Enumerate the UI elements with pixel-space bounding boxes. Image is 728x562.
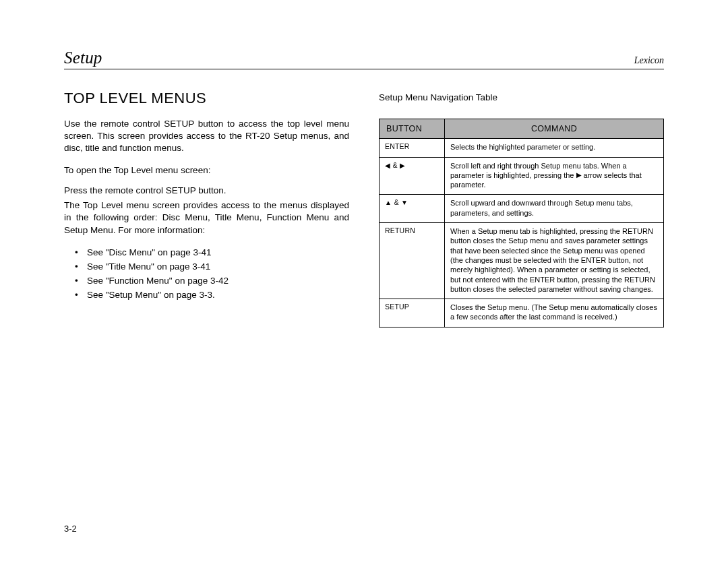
- header-brand: Lexicon: [634, 55, 664, 66]
- list-item: See "Function Menu" on page 3-42: [87, 274, 349, 288]
- header-section-title: Setup: [64, 49, 102, 67]
- button-cell: ENTER: [380, 139, 445, 157]
- command-cell: Selects the highlighted parameter or set…: [445, 139, 664, 157]
- left-column: TOP LEVEL MENUS Use the remote control S…: [64, 84, 349, 327]
- right-arrow-icon: ▶: [576, 171, 582, 179]
- command-cell: Closes the Setup menu. (The Setup menu a…: [445, 299, 664, 327]
- press-instruction: Press the remote control SETUP button.: [64, 185, 349, 197]
- page-header: Setup Lexicon: [64, 49, 664, 69]
- left-right-arrow-icon: ◀ & ▶: [385, 162, 406, 169]
- list-item: See "Disc Menu" on page 3-41: [87, 246, 349, 260]
- right-column: Setup Menu Navigation Table BUTTON COMMA…: [379, 84, 664, 327]
- command-cell: Scroll upward and downward through Setup…: [445, 195, 664, 223]
- table-row: ENTER Selects the highlighted parameter …: [380, 139, 664, 157]
- button-cell: SETUP: [380, 299, 445, 327]
- page-number: 3-2: [64, 524, 77, 534]
- button-cell: RETURN: [380, 223, 445, 299]
- table-row: SETUP Closes the Setup menu. (The Setup …: [380, 299, 664, 327]
- intro-paragraph: Use the remote control SETUP button to a…: [64, 118, 349, 155]
- menu-description: The Top Level menu screen provides acces…: [64, 199, 349, 237]
- up-down-arrow-icon: ▲ & ▼: [385, 199, 408, 206]
- navigation-table: BUTTON COMMAND ENTER Selects the highlig…: [379, 119, 664, 327]
- list-item: See "Title Menu" on page 3-41: [87, 260, 349, 274]
- th-command: COMMAND: [445, 119, 664, 139]
- button-cell: ▲ & ▼: [380, 195, 445, 223]
- table-caption: Setup Menu Navigation Table: [379, 92, 664, 102]
- button-cell: ◀ & ▶: [380, 157, 445, 195]
- open-instruction-label: To open the Top Level menu screen:: [64, 164, 349, 177]
- th-button: BUTTON: [380, 119, 445, 139]
- table-header-row: BUTTON COMMAND: [380, 119, 664, 139]
- command-cell: Scroll left and right through Setup menu…: [445, 157, 664, 195]
- table-row: ▲ & ▼ Scroll upward and downward through…: [380, 195, 664, 223]
- table-row: RETURN When a Setup menu tab is highligh…: [380, 223, 664, 299]
- manual-page: Setup Lexicon TOP LEVEL MENUS Use the re…: [0, 0, 728, 562]
- command-cell: When a Setup menu tab is highlighted, pr…: [445, 223, 664, 299]
- table-row: ◀ & ▶ Scroll left and right through Setu…: [380, 157, 664, 195]
- section-heading: TOP LEVEL MENUS: [64, 90, 349, 107]
- two-column-layout: TOP LEVEL MENUS Use the remote control S…: [64, 84, 664, 327]
- reference-list: See "Disc Menu" on page 3-41 See "Title …: [64, 246, 349, 303]
- list-item: See "Setup Menu" on page 3-3.: [87, 288, 349, 303]
